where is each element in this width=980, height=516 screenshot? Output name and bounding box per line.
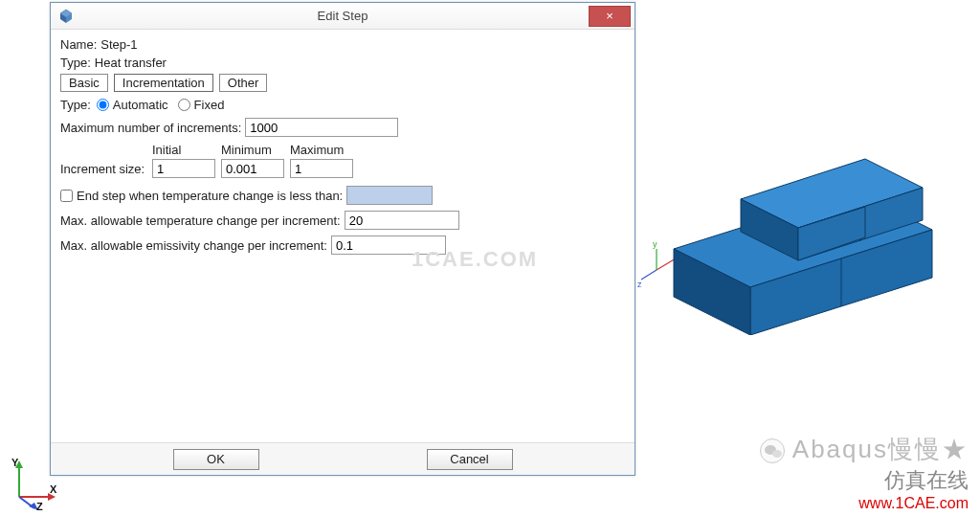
svg-line-5 bbox=[641, 270, 657, 280]
inc-size-label: Increment size: bbox=[60, 162, 152, 176]
end-step-label: End step when temperature change is less… bbox=[77, 189, 343, 203]
max-inc-label: Maximum number of increments: bbox=[60, 121, 241, 135]
max-emis-label: Max. allowable emissivity change per inc… bbox=[60, 238, 327, 253]
dialog-content: Name: Step-1 Type: Heat transfer Basic I… bbox=[51, 30, 635, 442]
col-min: Minimum bbox=[221, 143, 290, 157]
col-initial: Initial bbox=[152, 143, 221, 157]
name-value: Step-1 bbox=[100, 37, 137, 52]
brand-url: www.1CAE.com bbox=[760, 495, 969, 512]
watermark-right: Abaqus慢慢★ 仿真在线 www.1CAE.com bbox=[760, 433, 969, 512]
radio-automatic-label: Automatic bbox=[113, 98, 168, 112]
end-step-checkbox[interactable] bbox=[60, 190, 73, 202]
titlebar: Edit Step × bbox=[51, 3, 635, 30]
type-value: Heat transfer bbox=[95, 56, 167, 70]
brand-text-2: 仿真在线 bbox=[760, 466, 969, 495]
axis-y-label: Y bbox=[11, 457, 19, 468]
max-inc-input[interactable] bbox=[245, 118, 398, 137]
inc-initial-input[interactable] bbox=[152, 159, 215, 178]
edit-step-dialog: Edit Step × Name: Step-1 Type: Heat tran… bbox=[50, 2, 635, 476]
brand-text-1: Abaqus慢慢★ bbox=[792, 435, 969, 463]
col-max: Maximum bbox=[290, 143, 359, 157]
max-emis-input[interactable] bbox=[331, 236, 446, 255]
inc-max-input[interactable] bbox=[290, 159, 353, 178]
max-temp-label: Max. allowable temperature change per in… bbox=[60, 213, 341, 228]
inc-min-input[interactable] bbox=[221, 159, 284, 178]
inc-type-label: Type: bbox=[60, 98, 91, 112]
mini-axis-z: z bbox=[637, 280, 642, 289]
radio-automatic[interactable] bbox=[97, 99, 109, 111]
type-label: Type: bbox=[60, 56, 91, 70]
cancel-button[interactable]: Cancel bbox=[427, 449, 513, 470]
global-axis-triad: Y X Z bbox=[6, 457, 59, 510]
axis-x-label: X bbox=[50, 483, 57, 495]
tab-basic[interactable]: Basic bbox=[60, 74, 108, 92]
model-viewport[interactable]: x y z bbox=[635, 124, 951, 335]
axis-z-label: Z bbox=[36, 501, 43, 510]
name-label: Name: bbox=[60, 37, 97, 52]
mini-axis-y: y bbox=[653, 239, 657, 249]
svg-line-3 bbox=[657, 258, 676, 270]
wechat-icon bbox=[760, 438, 785, 463]
end-step-input[interactable] bbox=[346, 186, 433, 205]
dialog-title: Edit Step bbox=[51, 9, 635, 23]
button-bar: OK Cancel bbox=[51, 442, 635, 475]
tab-incrementation[interactable]: Incrementation bbox=[114, 74, 213, 92]
tab-bar: Basic Incrementation Other bbox=[60, 74, 625, 92]
tab-other[interactable]: Other bbox=[219, 74, 268, 92]
radio-fixed[interactable] bbox=[178, 99, 190, 111]
max-temp-input[interactable] bbox=[345, 211, 459, 230]
radio-fixed-label: Fixed bbox=[194, 98, 225, 112]
ok-button[interactable]: OK bbox=[173, 449, 259, 470]
